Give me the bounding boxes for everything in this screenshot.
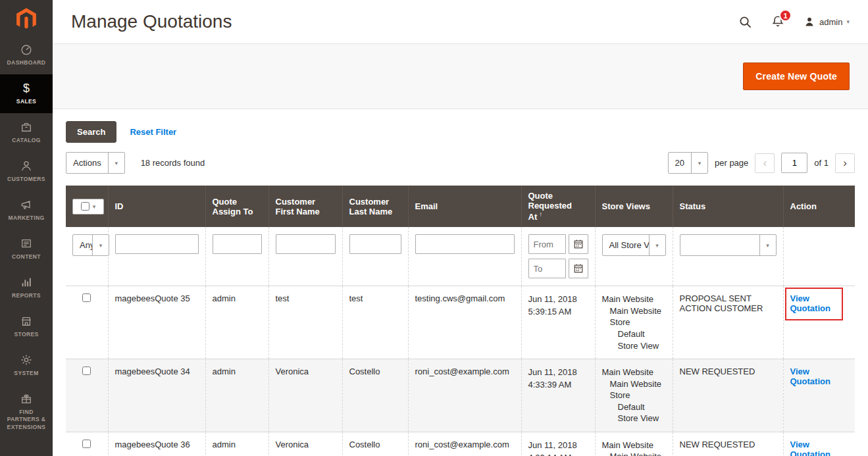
sidebar-item-stores[interactable]: STORES — [0, 307, 53, 346]
cell-store-views: Main Website Main Website Store Default … — [595, 432, 673, 456]
page-header: Manage Quotations 1 admin ▾ — [53, 0, 868, 43]
per-page-select[interactable]: 20 ▾ — [668, 152, 708, 174]
store-view-store: Main Website Store — [602, 451, 666, 456]
caret-down-icon: ▾ — [759, 235, 776, 255]
previous-page-button[interactable]: ‹ — [755, 153, 775, 173]
actions-dropdown-value: Actions — [66, 153, 108, 173]
sidebar-item-label: SALES — [3, 98, 50, 105]
cell-quote-assign-to: admin — [205, 286, 268, 359]
cell-action: View Quotation — [783, 359, 855, 432]
customers-icon — [3, 159, 50, 172]
email-filter-input[interactable] — [415, 234, 515, 254]
calendar-to-button[interactable] — [569, 259, 588, 278]
actions-dropdown[interactable]: Actions ▾ — [66, 152, 125, 174]
find-partners-icon — [3, 392, 50, 405]
sales-icon: $ — [3, 82, 50, 95]
sort-ascending-icon: ↑ — [539, 211, 542, 218]
marketing-icon — [3, 198, 50, 211]
cell-email: roni_cost@example.com — [408, 432, 521, 456]
table-row: magebeesQuote 36 admin Veronica Costello… — [66, 432, 855, 456]
row-select-checkbox[interactable] — [82, 440, 91, 448]
mass-select-dropdown[interactable]: ▾ — [72, 199, 104, 215]
caret-down-icon: ▾ — [108, 153, 124, 173]
requested-time: 4:29:14 AM — [528, 452, 588, 456]
cell-status: PROPOSAL SENT ACTION CUSTOMER — [673, 286, 783, 359]
requested-date: Jun 11, 2018 — [528, 440, 588, 452]
global-search-button[interactable] — [738, 15, 752, 29]
view-quotation-link[interactable]: View Quotation — [790, 293, 830, 313]
sidebar-item-customers[interactable]: CUSTOMERS — [0, 152, 53, 191]
admin-user-menu[interactable]: admin ▾ — [804, 16, 850, 28]
column-header-customer-last-name[interactable]: Customer Last Name — [342, 186, 408, 227]
sidebar-item-sales[interactable]: $ SALES — [0, 74, 53, 113]
date-from-filter-input[interactable] — [528, 234, 566, 254]
app-window: DASHBOARD $ SALES CATALOG CUSTOMERS — [0, 0, 868, 456]
cell-quote-requested-at: Jun 11, 2018 4:29:14 AM — [521, 432, 595, 456]
search-button[interactable]: Search — [66, 121, 116, 143]
column-header-customer-first-name[interactable]: Customer First Name — [268, 186, 342, 227]
sidebar-item-label: SYSTEM — [3, 370, 50, 377]
cell-email: testing.cws@gmail.com — [408, 286, 521, 359]
select-all-checkbox[interactable] — [81, 202, 89, 211]
calendar-icon — [573, 239, 584, 249]
cell-action: View Quotation — [783, 286, 855, 359]
per-page-label: per page — [715, 158, 748, 168]
store-view-view: Default Store View — [602, 401, 666, 424]
next-page-button[interactable]: › — [835, 153, 855, 173]
cell-customer-first-name: Veronica — [268, 432, 342, 456]
reset-filter-link[interactable]: Reset Filter — [130, 127, 176, 137]
sidebar-item-system[interactable]: SYSTEM — [0, 346, 53, 385]
any-filter-select[interactable]: Any ▾ — [72, 234, 109, 256]
customer-last-name-filter-input[interactable] — [349, 234, 401, 254]
cell-id: magebeesQuote 35 — [108, 286, 205, 359]
requested-time: 4:33:39 AM — [528, 379, 588, 392]
date-to-filter-input[interactable] — [528, 259, 566, 278]
store-views-filter-select[interactable]: All Store Views ▾ — [602, 234, 666, 256]
cell-status: NEW REQUESTED — [673, 432, 783, 456]
sidebar-item-label: REPORTS — [3, 292, 50, 299]
calendar-from-button[interactable] — [569, 234, 588, 254]
caret-down-icon: ▾ — [846, 18, 850, 25]
cell-email: roni_cost@example.com — [408, 359, 521, 432]
store-view-website: Main Website — [602, 440, 666, 451]
row-select-checkbox[interactable] — [82, 367, 91, 375]
quotations-table: ▾ ID Quote Assign To Customer First Name… — [66, 186, 855, 456]
customer-first-name-filter-input[interactable] — [276, 234, 336, 254]
stores-icon — [3, 315, 50, 328]
create-new-quote-button[interactable]: Create New Quote — [743, 63, 850, 90]
notifications-button[interactable]: 1 — [771, 14, 785, 29]
cell-id: magebeesQuote 34 — [108, 359, 205, 432]
id-filter-input[interactable] — [115, 234, 199, 254]
cell-customer-first-name: test — [268, 286, 342, 359]
caret-down-icon: ▾ — [92, 235, 109, 255]
current-page-input[interactable] — [781, 153, 807, 173]
requested-date: Jun 11, 2018 — [528, 293, 588, 306]
magento-logo[interactable] — [0, 0, 53, 36]
caret-down-icon: ▾ — [93, 203, 96, 210]
cell-store-views: Main Website Main Website Store Default … — [595, 286, 673, 359]
sidebar-item-reports[interactable]: REPORTS — [0, 268, 53, 307]
quote-assign-to-filter-input[interactable] — [213, 234, 262, 254]
cell-quote-requested-at: Jun 11, 2018 5:39:15 AM — [521, 286, 595, 359]
caret-down-icon: ▾ — [691, 153, 707, 173]
requested-time: 5:39:15 AM — [528, 306, 588, 318]
sidebar-item-find-partners[interactable]: FIND PARTNERS & EXTENSIONS — [0, 385, 53, 438]
sidebar-item-dashboard[interactable]: DASHBOARD — [0, 36, 53, 74]
sidebar-item-label: CATALOG — [3, 137, 50, 144]
store-view-website: Main Website — [602, 367, 666, 378]
column-header-email[interactable]: Email — [408, 186, 521, 227]
view-quotation-link[interactable]: View Quotation — [790, 440, 830, 456]
sidebar-item-catalog[interactable]: CATALOG — [0, 113, 53, 152]
column-header-quote-requested-at[interactable]: Quote Requested At↑ — [521, 186, 595, 227]
row-select-checkbox[interactable] — [82, 293, 91, 302]
page-title: Manage Quotations — [71, 11, 232, 32]
page-total-label: of 1 — [814, 158, 829, 168]
view-quotation-link[interactable]: View Quotation — [790, 367, 830, 386]
sidebar-item-content[interactable]: CONTENT — [0, 230, 53, 268]
sidebar-item-marketing[interactable]: MARKETING — [0, 191, 53, 230]
status-filter-select[interactable]: ▾ — [680, 234, 777, 256]
status-filter-value — [680, 235, 759, 255]
column-header-id[interactable]: ID — [108, 186, 205, 227]
column-header-status[interactable]: Status — [673, 186, 783, 227]
column-header-quote-assign-to[interactable]: Quote Assign To — [205, 186, 268, 227]
